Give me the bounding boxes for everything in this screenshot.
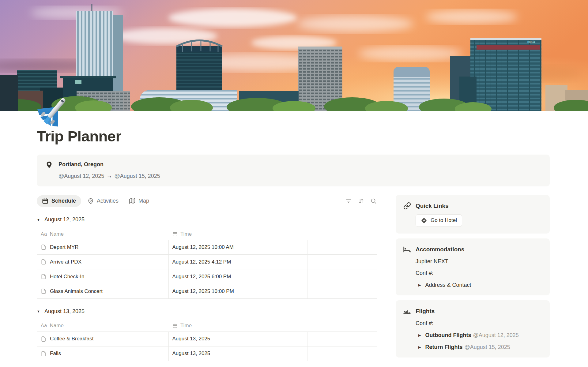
- sort-icon[interactable]: [357, 197, 365, 205]
- outbound-flights-label: Outbound Flights: [425, 332, 471, 338]
- page-icon: [41, 351, 47, 357]
- hotel-conf-label: Conf #:: [416, 270, 542, 277]
- tab-schedule-label: Schedule: [51, 198, 76, 204]
- calendar-icon: [172, 323, 178, 328]
- trip-dates: @August 12, 2025→@August 15, 2025: [58, 172, 160, 180]
- column-header-time[interactable]: Time: [168, 228, 307, 240]
- tab-activities[interactable]: Activities: [84, 195, 123, 207]
- schedule-group-aug-12: ▼ August 12, 2025 AaName: [37, 215, 377, 299]
- trip-location: Portland, Oregon: [58, 161, 160, 168]
- return-flights-label: Return Flights: [425, 344, 462, 350]
- page-icon-airplane[interactable]: [36, 93, 72, 129]
- table-row[interactable]: Depart MYR August 12, 2025 10:00 AM: [37, 240, 377, 255]
- airplane-emoji-icon: [36, 93, 72, 129]
- page-icon: [41, 288, 47, 294]
- flights-title: Flights: [416, 308, 435, 315]
- column-header-name[interactable]: AaName: [37, 228, 168, 240]
- page-icon: [41, 274, 47, 279]
- group-toggle-aug-12[interactable]: ▼ August 12, 2025: [37, 215, 377, 225]
- calendar-icon: [42, 198, 48, 204]
- date-range-arrow: →: [106, 173, 112, 179]
- collapse-triangle-icon: ▼: [37, 309, 40, 313]
- group-date-label: August 13, 2025: [44, 308, 85, 315]
- schedule-table-aug-13: AaName Time: [37, 320, 377, 361]
- accommodations-title: Accommodations: [416, 246, 464, 253]
- directions-icon: [421, 217, 427, 224]
- filter-icon[interactable]: [345, 197, 352, 205]
- tab-activities-label: Activities: [97, 198, 119, 204]
- quick-links-card: Quick Links Go to Hotel: [396, 195, 550, 234]
- schedule-group-aug-13: ▼ August 13, 2025 AaName: [37, 306, 377, 361]
- location-pin-icon: [45, 161, 53, 180]
- column-header-time[interactable]: Time: [168, 320, 307, 331]
- toggle-triangle-icon: ▶: [418, 281, 421, 289]
- flights-card: Flights Conf #: ▶ Outbound Flights@Augus…: [396, 300, 550, 358]
- collapse-triangle-icon: ▼: [37, 218, 40, 222]
- return-flights-toggle[interactable]: ▶ Return Flights@August 15, 2025: [416, 343, 542, 351]
- search-icon[interactable]: [370, 197, 377, 205]
- table-row[interactable]: Hotel Check-In August 12, 2025 6:00 PM: [37, 269, 377, 284]
- go-to-hotel-label: Go to Hotel: [431, 217, 457, 223]
- link-icon: [403, 202, 411, 210]
- page-icon: [41, 244, 47, 250]
- schedule-table-aug-12: AaName Time: [37, 228, 377, 299]
- view-toolbar: Schedule Activities Map: [37, 195, 377, 207]
- go-to-hotel-button[interactable]: Go to Hotel: [416, 214, 462, 227]
- calendar-icon: [172, 231, 178, 237]
- page-icon: [41, 259, 47, 265]
- svg-text:moda: moda: [527, 40, 535, 43]
- table-row[interactable]: Arrive at PDX August 12, 2025 4:12 PM: [37, 255, 377, 269]
- page-icon: [41, 336, 47, 342]
- accommodations-card: Accommodations Jupiter NEXT Conf #: ▶ Ad…: [396, 238, 550, 295]
- tab-map-label: Map: [138, 198, 149, 204]
- quick-links-title: Quick Links: [416, 203, 449, 209]
- pin-icon: [88, 198, 94, 204]
- tab-map[interactable]: Map: [125, 195, 153, 207]
- trip-end-date[interactable]: @August 15, 2025: [114, 173, 160, 179]
- table-row[interactable]: Coffee & Breakfast August 13, 2025: [37, 331, 377, 346]
- text-property-icon: Aa: [41, 231, 47, 237]
- flights-conf-label: Conf #:: [416, 320, 542, 327]
- portland-skyline-illustration: moda: [0, 0, 588, 111]
- cover-image: moda: [0, 0, 588, 111]
- outbound-flights-toggle[interactable]: ▶ Outbound Flights@August 12, 2025: [416, 331, 542, 339]
- address-contact-toggle[interactable]: ▶ Address & Contact: [416, 281, 542, 289]
- address-contact-label: Address & Contact: [425, 281, 471, 289]
- toggle-triangle-icon: ▶: [418, 343, 421, 351]
- table-row[interactable]: Falls August 13, 2025: [37, 346, 377, 361]
- tab-schedule[interactable]: Schedule: [37, 195, 81, 207]
- table-row[interactable]: Glass Animals Concert August 12, 2025 10…: [37, 284, 377, 299]
- page-title: Trip Planner: [37, 127, 550, 145]
- column-header-name[interactable]: AaName: [37, 320, 168, 331]
- bed-icon: [403, 245, 411, 253]
- outbound-date-mention[interactable]: @August 12, 2025: [473, 332, 518, 338]
- return-date-mention[interactable]: @August 15, 2025: [464, 344, 510, 350]
- text-property-icon: Aa: [41, 323, 47, 328]
- toggle-triangle-icon: ▶: [418, 331, 421, 339]
- hotel-name: Jupiter NEXT: [416, 258, 542, 265]
- group-date-label: August 12, 2025: [44, 216, 85, 223]
- map-icon: [129, 198, 135, 204]
- trip-start-date[interactable]: @August 12, 2025: [58, 173, 104, 179]
- trip-callout: Portland, Oregon @August 12, 2025→@Augus…: [37, 155, 550, 186]
- group-toggle-aug-13[interactable]: ▼ August 13, 2025: [37, 306, 377, 316]
- plane-takeoff-icon: [403, 307, 411, 315]
